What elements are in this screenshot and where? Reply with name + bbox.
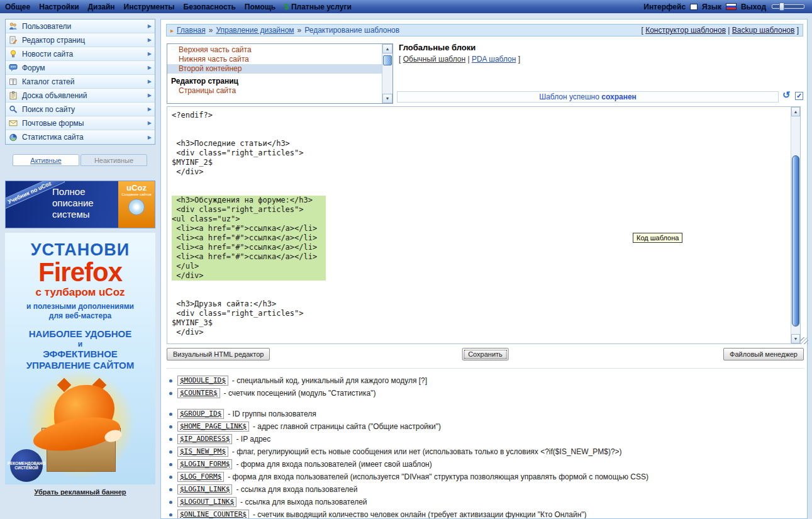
paid-services-menu-item[interactable]: $ Платные услуги — [284, 3, 352, 11]
chevron-right-icon: ▶ — [148, 79, 152, 84]
bullet-icon — [169, 413, 172, 416]
variable-chip[interactable]: $LOGIN_LINK$ — [177, 484, 232, 494]
variable-row: $LOGIN_FORM$- форма для входа пользовате… — [167, 458, 804, 471]
variable-chip[interactable]: $IP_ADDRESS$ — [177, 434, 232, 444]
search-icon — [9, 105, 18, 113]
stats-icon — [9, 133, 18, 142]
template-backup-link[interactable]: Backup шаблонов — [732, 26, 794, 35]
variable-row: $ONLINE_COUNTER$- счетчик выводящий коли… — [167, 508, 804, 518]
pda-template-link[interactable]: PDA шаблон — [472, 55, 516, 64]
logout-menu-item[interactable]: Выход — [741, 3, 766, 11]
bullet-icon — [169, 450, 172, 454]
sidebar-item[interactable]: Пользователи▶ — [6, 20, 155, 33]
sidebar-item[interactable]: Доска объявлений▶ — [6, 89, 155, 103]
sidebar-item-label: Новости сайта — [22, 50, 73, 59]
breadcrumb: ▸ Главная » Управление дизайном » Редакт… — [166, 24, 803, 36]
status-message: Шаблон успешно сохранен — [397, 91, 779, 103]
bullet-icon — [169, 379, 172, 382]
scrollbar-thumb[interactable] — [383, 55, 392, 65]
menu-item-tools[interactable]: Инструменты — [124, 3, 175, 11]
template-builder-link[interactable]: Конструктор шаблонов — [645, 26, 726, 35]
language-menu-item[interactable]: Язык — [702, 3, 721, 11]
scroll-down-button[interactable]: ▼ — [791, 334, 800, 343]
sidebar-item-label: Пользователи — [22, 22, 71, 31]
panel-slider[interactable] — [770, 3, 807, 11]
sidebar-item[interactable]: Статистика сайта▶ — [6, 130, 155, 144]
top-menu-bar: ОбщееНастройкиДизайнИнструментыБезопасно… — [0, 0, 812, 13]
articles-icon — [9, 77, 18, 86]
bullet-icon — [169, 488, 172, 491]
variable-chip[interactable]: $LOG_FORM$ — [177, 472, 224, 482]
template-list-scrollbar: ▲ ▼ — [382, 44, 392, 103]
template-list-item[interactable]: Страницы сайта — [167, 86, 382, 96]
editor-buttons: Визуальный HTML редактор Сохранить Файло… — [167, 348, 804, 360]
menu-item-general[interactable]: Общее — [5, 3, 30, 11]
template-list-item[interactable]: Второй контейнер — [167, 64, 382, 74]
sidebar-item-label: Статистика сайта — [22, 133, 84, 142]
variable-row: $COUNTER$- счетчик посещений (модуль "Ст… — [167, 387, 804, 399]
tab-inactive-modules[interactable]: Неактивные — [81, 154, 147, 166]
sidebar-item[interactable]: Редактор страниц▶ — [6, 33, 155, 47]
variable-description: - форма для входа пользователей (использ… — [228, 472, 648, 481]
variable-chip[interactable]: $LOGIN_FORM$ — [177, 459, 232, 469]
breadcrumb-home-link[interactable]: Главная — [177, 26, 206, 35]
variable-description: - счетчик посещений (модуль "Статистика"… — [224, 389, 376, 398]
code-area[interactable]: <?endif?> <h3>Последние статьи</h3> <div… — [167, 107, 800, 337]
template-list-item[interactable]: Нижняя часть сайта — [167, 55, 382, 64]
breadcrumb-arrow-icon: ▸ — [170, 27, 174, 34]
banner-text: Полное описание системы — [52, 186, 94, 220]
menu-item-design[interactable]: Дизайн — [88, 3, 115, 11]
sidebar-item[interactable]: Новости сайта▶ — [6, 47, 155, 61]
variable-chip[interactable]: $ONLINE_COUNTER$ — [177, 510, 249, 518]
sidebar-module-menu: Пользователи▶Редактор страниц▶Новости са… — [5, 19, 155, 145]
file-manager-button[interactable]: Файловый менеджер — [723, 348, 804, 360]
breadcrumb-current: Редактирование шаблонов — [304, 26, 399, 35]
menu-item-security[interactable]: Безопасность — [184, 3, 236, 11]
variable-description: - адрес главной страницы сайта ("Общие н… — [253, 422, 441, 431]
variable-chip[interactable]: $MODULE_ID$ — [177, 376, 228, 386]
variable-description: - флаг, регулирующий есть новые сообщени… — [232, 447, 622, 456]
autosave-checkbox[interactable]: ✓ — [795, 92, 803, 100]
ucoz-logo-block: uCoz Создание сайтов — [118, 181, 155, 228]
menu-item-settings[interactable]: Настройки — [39, 3, 79, 11]
firefox-ad-banner[interactable]: УСТАНОВИ Firefox с тулбаром uCoz и полез… — [5, 233, 155, 484]
variable-description: - форма для входа пользователей (имеет с… — [236, 460, 431, 469]
normal-template-link[interactable]: Обычный шаблон — [403, 55, 465, 64]
scroll-up-button[interactable]: ▲ — [382, 44, 392, 53]
code-selection: <h3>Обсуждения на форуме:</h3> <div clas… — [172, 196, 326, 281]
remove-banner-link[interactable]: Убрать рекламный баннер — [5, 488, 155, 496]
variable-chip[interactable]: $COUNTER$ — [177, 388, 220, 398]
save-button[interactable]: Сохранить — [462, 348, 509, 360]
resize-grip-icon[interactable] — [800, 337, 808, 344]
bullet-icon — [169, 425, 172, 428]
menu-item-help[interactable]: Помощь — [245, 3, 275, 11]
variable-chip[interactable]: $GROUP_ID$ — [177, 409, 224, 419]
ucoz-handbook-banner[interactable]: Учебник по uCoz Полное описание системы … — [5, 181, 155, 228]
sidebar-item[interactable]: Поиск по сайту▶ — [6, 103, 155, 116]
template-list-item: Редактор страниц — [167, 77, 382, 86]
ucoz-logo: uCoz — [118, 183, 155, 193]
paid-services-label: Платные услуги — [291, 3, 352, 11]
slider-knob[interactable] — [779, 3, 784, 11]
template-list: Верхняя часть сайтаНижняя часть сайтаВто… — [167, 43, 393, 104]
interface-icon[interactable] — [690, 4, 698, 10]
scrollbar-thumb[interactable] — [792, 155, 799, 326]
variable-chip[interactable]: $HOME_PAGE_LINK$ — [177, 421, 249, 432]
scroll-down-button[interactable]: ▼ — [382, 94, 392, 103]
variable-chip[interactable]: $IS_NEW_PM$ — [177, 447, 228, 457]
sidebar-item[interactable]: Почтовые формы▶ — [6, 116, 155, 130]
interface-menu-item[interactable]: Интерфейс — [643, 3, 686, 11]
template-variables-list: $MODULE_ID$- специальный код, уникальный… — [167, 368, 804, 518]
breadcrumb-design-link[interactable]: Управление дизайном — [216, 26, 294, 35]
template-code-editor[interactable]: <?endif?> <h3>Последние статьи</h3> <div… — [167, 106, 801, 344]
visual-editor-button[interactable]: Визуальный HTML редактор — [167, 348, 270, 360]
refresh-icon[interactable]: ↺ — [782, 89, 791, 101]
template-list-item[interactable]: Верхняя часть сайта — [167, 45, 382, 55]
tab-active-modules[interactable]: Активные — [13, 154, 79, 166]
sidebar-item[interactable]: Каталог статей▶ — [6, 75, 155, 89]
russian-flag-icon[interactable] — [726, 3, 737, 10]
sidebar-item[interactable]: Форум▶ — [6, 61, 155, 75]
sidebar-item-label: Редактор страниц — [22, 36, 85, 45]
variable-chip[interactable]: $LOGOUT_LINK$ — [177, 497, 236, 507]
scroll-up-button[interactable]: ▲ — [791, 107, 800, 116]
